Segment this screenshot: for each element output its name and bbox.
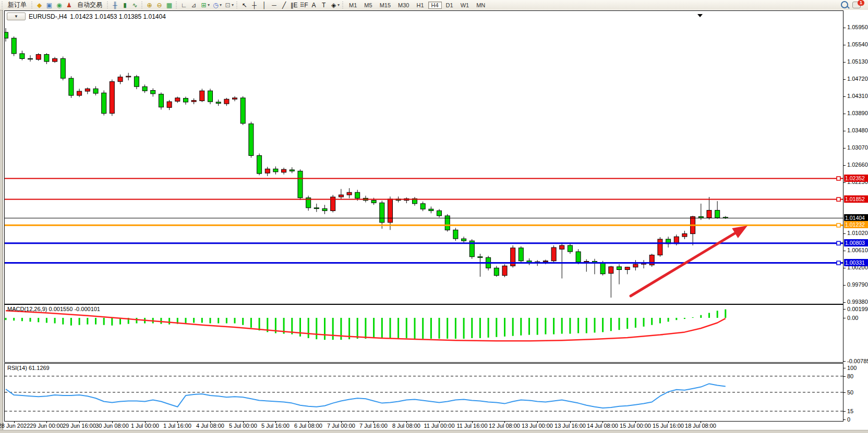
price-tick [843,251,846,251]
macd-axis-label: 0.001998 [847,306,868,312]
window-bottom-edge [0,430,868,433]
toolbar-grip [175,2,178,9]
rsi-tick [843,411,846,412]
rsi-axis-label: 80 [847,373,853,379]
toolbar-grip [30,2,34,9]
rsi-tick [843,392,846,393]
rsi-tick [843,376,846,377]
line-chart-type-icon[interactable]: ∿ [130,1,140,10]
price-tick [843,285,846,286]
add-indicator-icon-caret[interactable]: ▾ [208,3,210,7]
auto-scroll-icon[interactable]: ∟ [179,1,189,10]
algo-trading-button[interactable]: 自动交易 [74,1,105,9]
chart-title-bar: ▼ EURUSD-,H4 1.01423 1.01453 1.01385 1.0… [7,13,166,20]
vertical-line-icon[interactable]: │ [259,1,269,10]
price-level-chip: 1.01852 [844,195,868,203]
price-tick [843,62,846,63]
tile-windows-icon[interactable]: ▦ [164,1,174,10]
price-tick-label: 1.00610 [847,247,868,253]
macd-tick [843,309,846,310]
candlestick-chart[interactable] [5,11,843,304]
horizontal-line-icon[interactable]: ─ [269,1,279,10]
price-tick [843,268,846,268]
rsi-tick [843,368,846,368]
price-tick-label: 1.05130 [847,58,868,65]
timeframe-M5-button[interactable]: M5 [361,2,375,9]
price-tick [843,165,846,166]
price-tick-label: 0.99790 [847,281,868,288]
rsi-axis-label: 50 [847,389,853,395]
price-tick-label: 1.03070 [847,144,868,151]
new-order-button[interactable]: 新订单 [5,1,30,9]
price-tick-label: 1.05540 [847,41,868,47]
notifications-icon[interactable]: 1 [852,2,861,8]
timeframe-H4-button[interactable]: H4 [428,2,442,9]
equidistant-channel-icon[interactable]: ∥E [289,1,299,10]
toolbar-grip [1,2,4,9]
bar-chart-type-icon[interactable]: ╫ [110,1,120,10]
price-tick-label: 1.02660 [847,162,868,168]
price-tick [843,28,846,28]
zoom-out-icon[interactable]: ⊖ [154,1,164,10]
macd-chart [5,305,843,362]
rsi-pane[interactable]: RSI(14) 61.1269 [4,363,843,422]
timeframe-M30-button[interactable]: M30 [395,2,412,9]
rsi-tick [843,419,846,420]
price-tick-label: 1.05950 [847,24,868,30]
price-tick [843,131,846,131]
main-chart-pane[interactable]: ▼ EURUSD-,H4 1.01423 1.01453 1.01385 1.0… [4,10,843,304]
price-level-chip: 1.01232 [844,221,868,228]
price-tick-label: 0.99380 [847,299,868,305]
trendline-icon[interactable]: ╱ [279,1,289,10]
price-tick [843,233,846,234]
macd-pane[interactable]: MACD(12,26,9) 0.001550 -0.000101 [4,304,843,363]
macd-tick [843,361,846,362]
notification-badge: 1 [858,0,864,6]
search-icon[interactable] [841,1,848,8]
cursor-icon[interactable]: ↖ [239,1,249,10]
toolbar-grip [140,2,144,9]
signals-icon[interactable]: ◉ [54,1,64,10]
price-tick [843,114,846,114]
price-axis[interactable]: 1.059501.055401.051301.047201.043101.038… [843,10,868,430]
timeframe-H1-button[interactable]: H1 [413,2,427,9]
timeframe-M1-button[interactable]: M1 [346,2,360,9]
market-depth-icon[interactable]: ◆ [34,1,44,10]
zoom-in-icon[interactable]: ⊕ [144,1,154,10]
algo-trading-button-icon: ♟ [64,1,74,10]
price-tick-label: 1.03890 [847,110,868,116]
timeframe-D1-button[interactable]: D1 [443,2,456,9]
price-tick [843,45,846,45]
rsi-axis-label: 15 [847,408,853,414]
template-image-icon-caret[interactable]: ▾ [232,3,234,7]
timeframe-MN-button[interactable]: MN [473,2,488,9]
macd-label: MACD(12,26,9) 0.001550 -0.000101 [7,306,100,312]
timeframe-M15-button[interactable]: M15 [377,2,394,9]
chart-ohlc-values: 1.01423 1.01453 1.01385 1.01404 [70,13,166,20]
price-tick [843,96,846,97]
time-axis[interactable]: 28 Jun 202229 Jun 00:0029 Jun 16:0030 Ju… [4,422,843,430]
rsi-axis-label: 100 [847,365,857,371]
price-level-chip: 1.02352 [844,175,868,182]
chart-window: ▼ EURUSD-,H4 1.01423 1.01453 1.01385 1.0… [3,10,868,430]
time-axis-label: 18 Jul 08:00 [677,423,724,429]
crosshair-icon[interactable]: ┼ [249,1,259,10]
symbol-dropdown-button[interactable]: ▼ [7,13,26,20]
toolbar-grip [106,2,110,9]
community-icon[interactable]: ▣ [44,1,54,10]
text-label-icon[interactable]: T [319,1,329,10]
fibonacci-icon[interactable]: ⠿F [299,1,309,10]
toolbar: 新订单◆▣◉♟自动交易╫▮∿⊕⊖▦∟⊿⊞▾◷▾⊡▾↖┼│─╱∥E⠿FAT◈▾M1… [0,0,868,10]
price-tick-label: 1.04720 [847,76,868,82]
price-tick-label: 1.01020 [847,230,868,236]
shapes-icon-caret[interactable]: ▾ [337,3,340,7]
period-clock-icon-caret[interactable]: ▾ [220,3,222,7]
price-tick-label: 1.04310 [847,93,868,99]
text-icon[interactable]: A [309,1,319,10]
chart-shift-icon[interactable]: ⊿ [189,1,199,10]
chart-shift-marker-icon [697,14,703,17]
candlestick-type-icon[interactable]: ▮ [120,1,130,10]
toolbar-grip [235,2,239,9]
timeframe-W1-button[interactable]: W1 [457,2,473,9]
chart-title: EURUSD-,H4 [29,13,67,20]
